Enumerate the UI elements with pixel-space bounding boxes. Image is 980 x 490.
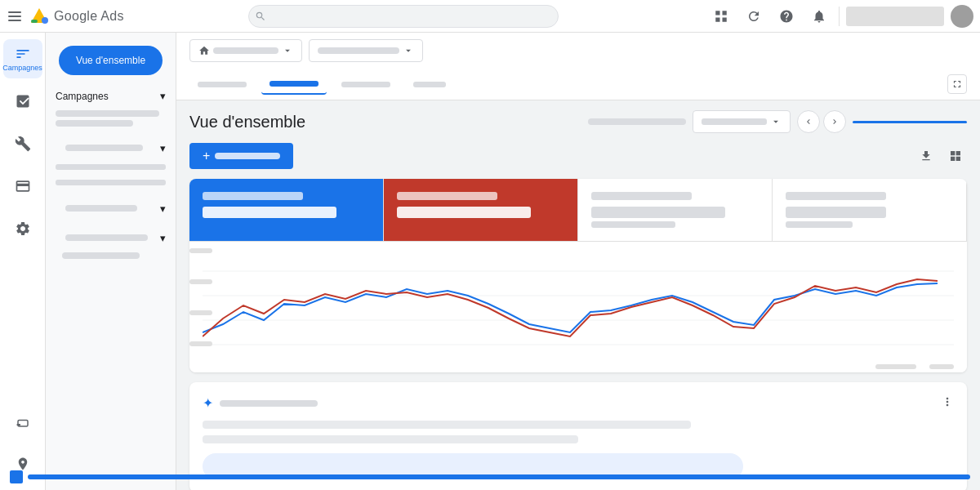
panel-section-2-header[interactable]: ▾ (46, 136, 176, 159)
campaigns-section: Campagnes ▾ (46, 82, 176, 133)
chart-legend (875, 364, 954, 369)
main-layout: Campagnes (0, 33, 980, 490)
pager-prev[interactable] (797, 110, 820, 133)
chevron-right-icon (830, 117, 840, 127)
sub-tab-4[interactable] (405, 74, 454, 95)
filter-arrow-icon (403, 45, 414, 56)
notifications-button[interactable] (806, 3, 832, 29)
stat-card-1-label (203, 192, 303, 200)
search-input[interactable] (248, 5, 559, 28)
period-selector[interactable] (693, 110, 791, 133)
panel-footer (46, 464, 176, 490)
sub-tab-1[interactable] (189, 74, 255, 95)
chart-blue-line (203, 283, 938, 332)
panel-header-bar-4 (65, 234, 148, 241)
panel-item-1[interactable] (46, 159, 176, 175)
add-campaign-button[interactable]: + (189, 143, 293, 169)
stats-cards (189, 179, 967, 242)
sidebar-bell-icon (15, 413, 31, 430)
stat-card-1[interactable] (189, 179, 384, 241)
panel-footer-bar (46, 474, 176, 479)
header-divider (839, 7, 840, 26)
sidebar-item-campaigns[interactable]: Campagnes (3, 39, 42, 78)
stat-card-4-value (786, 207, 886, 218)
chart-container (189, 242, 967, 372)
sidebar-item-notifications[interactable] (3, 402, 42, 441)
goals-icon (15, 93, 31, 109)
vue-densemble-btn[interactable]: Vue d'ensemble (59, 46, 163, 75)
sidebar-item-billing[interactable] (3, 167, 42, 206)
user-avatar[interactable] (951, 5, 973, 28)
campaigns-header[interactable]: Campagnes ▾ (46, 85, 176, 107)
download-button[interactable] (915, 145, 938, 167)
tools-icon (15, 136, 31, 152)
home-icon (198, 45, 210, 56)
refresh-icon (746, 9, 761, 24)
panel-item-bar-1 (56, 164, 166, 170)
campaigns-icon (15, 46, 31, 62)
pager (797, 110, 846, 133)
menu-button[interactable] (7, 8, 23, 24)
stat-card-3-sub (591, 221, 675, 228)
add-btn-label (215, 153, 280, 159)
campaigns-label: Campagnes (56, 91, 109, 102)
sidebar-item-tools[interactable] (3, 124, 42, 163)
main-content: Vue d'ensemble (176, 33, 980, 490)
svg-rect-5 (715, 17, 719, 21)
help-button[interactable] (773, 3, 800, 29)
grid-icon (714, 9, 728, 24)
grid-view-button[interactable] (708, 3, 734, 29)
ai-header: ✦ (203, 395, 954, 411)
account-selector[interactable] (846, 7, 944, 26)
filter-dropdown[interactable] (309, 39, 423, 62)
search-icon (255, 11, 266, 22)
sub-tab-3[interactable] (333, 74, 399, 95)
panel-section-3-header[interactable]: ▾ (46, 197, 176, 220)
panel-bar-1 (56, 110, 159, 117)
svg-rect-8 (16, 424, 20, 425)
help-icon (779, 9, 794, 24)
legend-label-2 (929, 364, 954, 369)
stat-card-3[interactable] (578, 179, 773, 241)
period-arrow (770, 116, 782, 127)
y-axis-labels (189, 248, 212, 346)
ai-content-line-1 (203, 421, 691, 429)
sub-tab-bar-3 (341, 82, 390, 87)
ai-more-icon (941, 395, 954, 408)
panel-chevron-2: ▾ (160, 142, 166, 154)
sub-tab-2[interactable] (261, 74, 327, 95)
expand-icon[interactable] (947, 74, 967, 94)
legend-label (875, 364, 916, 369)
dropdown-arrow-icon (282, 45, 293, 56)
google-ads-logo-icon (29, 7, 49, 26)
date-range-dropdown[interactable] (189, 39, 302, 62)
panel-item-bar-2 (56, 180, 166, 185)
stat-card-2[interactable] (384, 179, 578, 241)
pager-next[interactable] (823, 110, 846, 133)
stat-card-4-label (786, 192, 886, 200)
line-chart (203, 255, 954, 369)
sidebar-item-goals[interactable] (3, 82, 42, 121)
stat-card-4[interactable] (773, 179, 967, 241)
sidebar-item-settings[interactable] (3, 209, 42, 248)
header-left: Google Ads (7, 7, 170, 26)
blue-underline-bar (853, 121, 967, 123)
y-label-2 (189, 279, 212, 284)
svg-rect-3 (715, 11, 719, 15)
ai-title (220, 400, 318, 407)
panel-section-4-header[interactable]: ▾ (46, 226, 176, 249)
panel-item-2[interactable] (46, 175, 176, 190)
y-label-4 (189, 341, 212, 346)
page-content: Vue d'ensemble (176, 100, 980, 490)
stat-card-2-label (397, 192, 497, 200)
search-bar[interactable] (248, 5, 559, 28)
ai-more-button[interactable] (941, 395, 954, 411)
add-plus-icon: + (203, 149, 210, 163)
refresh-button[interactable] (741, 3, 767, 29)
y-label-3 (189, 310, 212, 315)
chevron-left-icon (804, 117, 813, 127)
svg-point-1 (42, 17, 48, 24)
layout-button[interactable] (944, 145, 967, 167)
panel-header-bar-3 (65, 205, 137, 212)
page-title-actions (588, 110, 967, 133)
